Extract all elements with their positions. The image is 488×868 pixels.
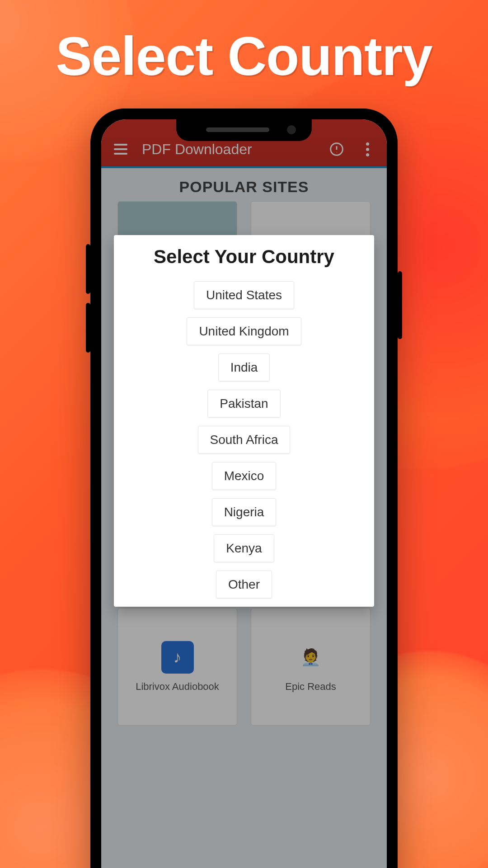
country-option-india[interactable]: India [218,354,270,382]
modal-title: Select Your Country [123,246,365,268]
phone-notch [176,118,312,141]
country-option-other[interactable]: Other [216,571,272,599]
phone-volume-button [86,244,90,294]
phone-mockup: PDF Downloader POPULAR SITES ▭ 📘 [90,108,398,868]
country-option-kenya[interactable]: Kenya [214,534,274,562]
select-country-modal: Select Your Country United States United… [114,235,374,607]
country-list: United States United Kingdom India Pakis… [123,281,365,599]
country-option-nigeria[interactable]: Nigeria [212,498,277,526]
country-option-united-states[interactable]: United States [194,281,294,309]
phone-power-button [398,271,402,339]
country-option-south-africa[interactable]: South Africa [198,426,291,454]
promo-title: Select Country [0,25,488,87]
country-option-pakistan[interactable]: Pakistan [207,390,280,418]
phone-volume-button [86,303,90,353]
phone-screen: PDF Downloader POPULAR SITES ▭ 📘 [101,119,387,868]
country-option-united-kingdom[interactable]: United Kingdom [187,317,301,345]
country-option-mexico[interactable]: Mexico [212,462,277,490]
promo-background: Select Country PDF Downloader POPULAR SI… [0,0,488,868]
